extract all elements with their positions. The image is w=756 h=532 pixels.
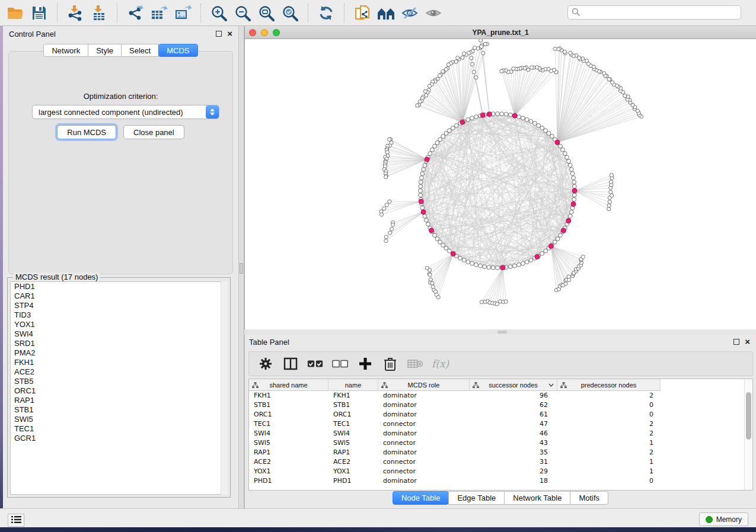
refresh-icon	[318, 5, 334, 21]
close-panel-button[interactable]: Close panel	[123, 125, 184, 139]
list-item[interactable]: SWI5	[11, 415, 227, 424]
list-item[interactable]: RAP1	[11, 396, 227, 405]
cell-shared-name: STB1	[249, 400, 328, 410]
network-window-titlebar[interactable]: YPA_prune.txt_1	[244, 26, 756, 39]
list-item[interactable]: PHD1	[11, 282, 227, 291]
table-row[interactable]: STB1STB1dominator620	[249, 400, 661, 410]
save-session-button[interactable]	[27, 2, 51, 24]
list-item[interactable]: GCR1	[11, 434, 227, 443]
search-box[interactable]	[567, 5, 741, 20]
import-table-button[interactable]	[87, 2, 111, 24]
select-stepper-icon	[206, 105, 219, 118]
zoom-in-button[interactable]	[207, 2, 231, 24]
list-item[interactable]: ACE2	[11, 367, 227, 377]
export-image-button[interactable]	[171, 2, 194, 24]
zoom-out-icon	[234, 5, 251, 21]
horizontal-splitter[interactable]	[244, 329, 756, 335]
splitter-handle[interactable]	[240, 263, 243, 274]
zoom-out-button[interactable]	[231, 2, 254, 24]
table-scrollbar[interactable]	[744, 379, 752, 490]
search-icon	[572, 8, 580, 18]
task-history-button[interactable]	[8, 514, 24, 527]
scrollbar-thumb[interactable]	[746, 392, 751, 440]
export-table-button[interactable]	[147, 2, 171, 24]
tab-edge-table[interactable]: Edge Table	[448, 491, 505, 505]
tab-motifs[interactable]: Motifs	[570, 491, 608, 505]
list-item[interactable]: ORC1	[11, 386, 227, 396]
column-header-mcds-role[interactable]: MCDS role	[378, 379, 470, 391]
apply-layout-button[interactable]	[314, 2, 338, 24]
mcds-result-scrollbar[interactable]	[221, 281, 228, 495]
select-all-checkboxes-icon[interactable]	[307, 355, 324, 372]
table-toolbar: f(x)	[248, 351, 753, 376]
search-input[interactable]	[583, 8, 737, 17]
eye-icon	[425, 7, 442, 20]
delete-column-trash-icon[interactable]	[382, 355, 398, 372]
table-rows: FKH1FKH1dominator962STB1STB1dominator620…	[249, 391, 661, 486]
add-column-icon[interactable]	[357, 355, 374, 372]
table-row[interactable]: SWI4SWI4dominator462	[249, 429, 661, 438]
list-item[interactable]: STP4	[11, 301, 227, 310]
show-all-button[interactable]	[422, 2, 445, 24]
column-header-successor-nodes[interactable]: successor nodes	[470, 379, 557, 391]
new-network-from-selection-button[interactable]	[350, 2, 374, 24]
list-item[interactable]: TID3	[11, 310, 227, 320]
list-item[interactable]: STB1	[11, 405, 227, 415]
tab-style[interactable]: Style	[88, 44, 122, 57]
run-mcds-button[interactable]: Run MCDS	[57, 125, 116, 139]
list-item[interactable]: PMA2	[11, 348, 227, 358]
float-panel-icon[interactable]	[733, 339, 739, 345]
tab-network-table[interactable]: Network Table	[504, 491, 570, 505]
tab-node-table[interactable]: Node Table	[393, 491, 449, 505]
memory-button[interactable]: Memory	[699, 512, 748, 526]
column-header-shared-name[interactable]: shared name	[249, 379, 328, 391]
hide-selected-button[interactable]	[398, 2, 422, 24]
mcds-result-list[interactable]: PHD1CAR1STP4TID3YOX1SWI4SRD1PMA2FKH1ACE2…	[10, 281, 228, 495]
list-item[interactable]: STB5	[11, 377, 227, 386]
cell-mcds-role: connector	[378, 438, 470, 448]
status-bar: Memory	[0, 508, 756, 527]
zoom-fit-button[interactable]	[254, 2, 278, 24]
column-header-predecessor-nodes[interactable]: predecessor nodes	[557, 379, 661, 391]
function-builder-icon[interactable]: f(x)	[432, 358, 449, 370]
cell-name: SWI4	[328, 429, 378, 438]
import-network-button[interactable]	[63, 2, 87, 24]
table-row[interactable]: PHD1PHD1dominator180	[249, 476, 661, 486]
close-panel-icon[interactable]: ×	[227, 31, 232, 37]
cell-successor-nodes: 31	[470, 457, 557, 467]
table-row[interactable]: ACE2ACE2connector311	[249, 457, 661, 467]
table-row[interactable]: TEC1TEC1connector472	[249, 419, 661, 429]
network-view-canvas[interactable]	[244, 39, 756, 329]
column-header-name[interactable]: name	[328, 379, 378, 391]
vertical-splitter[interactable]	[238, 26, 244, 508]
split-panel-icon[interactable]	[282, 355, 299, 372]
zoom-selected-button[interactable]	[278, 2, 302, 24]
delete-table-icon[interactable]	[407, 355, 423, 372]
table-header-row: shared namenameMCDS rolesuccessor nodesp…	[249, 379, 661, 391]
list-item[interactable]: FKH1	[11, 358, 227, 367]
tab-network[interactable]: Network	[43, 44, 88, 57]
optimization-criterion-select[interactable]: largest connected component (undirected)	[32, 105, 219, 119]
table-row[interactable]: ORC1ORC1dominator610	[249, 410, 661, 419]
table-row[interactable]: RAP1RAP1dominator352	[249, 448, 661, 457]
list-item[interactable]: SRD1	[11, 339, 227, 348]
list-item[interactable]: SWI4	[11, 329, 227, 339]
settings-gear-icon[interactable]	[257, 355, 274, 372]
table-row[interactable]: YOX1YOX1connector291	[249, 467, 661, 476]
export-network-button[interactable]	[123, 2, 147, 24]
tab-select[interactable]: Select	[121, 44, 159, 57]
list-item[interactable]: TEC1	[11, 424, 227, 434]
table-row[interactable]: SWI5SWI5connector431	[249, 438, 661, 448]
list-item[interactable]: YOX1	[11, 320, 227, 329]
open-folder-icon	[7, 5, 24, 21]
optimization-criterion-label: Optimization criterion:	[9, 92, 232, 101]
open-file-button[interactable]	[4, 2, 27, 24]
list-item[interactable]: CAR1	[11, 291, 227, 301]
table-row[interactable]: FKH1FKH1dominator962	[249, 391, 661, 400]
splitter-handle[interactable]	[497, 331, 507, 334]
close-panel-icon[interactable]: ×	[745, 339, 750, 345]
first-neighbors-button[interactable]	[374, 2, 398, 24]
float-panel-icon[interactable]	[216, 31, 222, 37]
deselect-all-checkboxes-icon[interactable]	[332, 355, 349, 372]
tab-mcds[interactable]: MCDS	[158, 44, 197, 57]
